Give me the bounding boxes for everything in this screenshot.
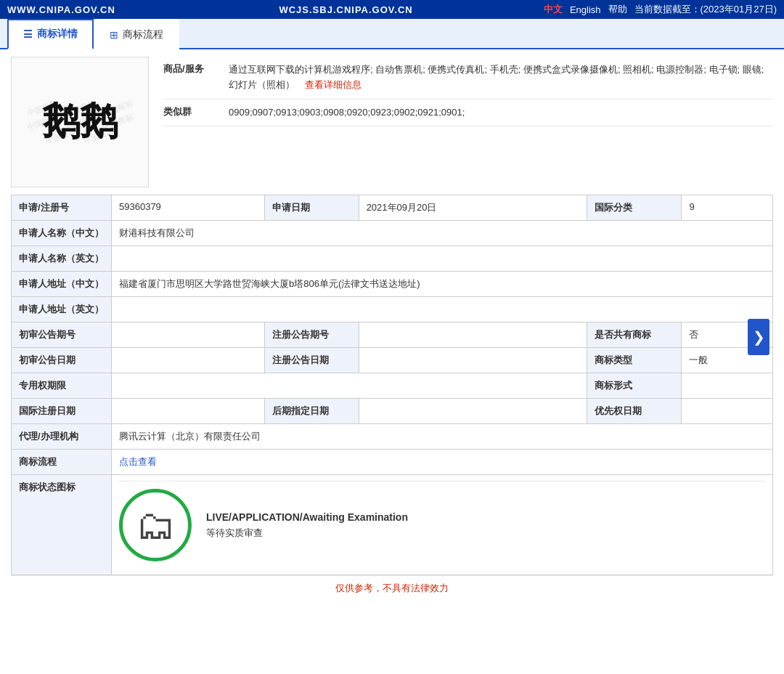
- lang-en-link[interactable]: English: [570, 4, 601, 15]
- is-collective-label: 是否共有商标: [587, 322, 682, 348]
- reg-pub-date-label: 注册公告日期: [264, 348, 359, 373]
- goods-service-row: 商品/服务 通过互联网下载的计算机游戏程序; 自动售票机; 便携式传真机; 手机…: [163, 57, 773, 100]
- status-icon-label: 商标状态图标: [12, 475, 112, 575]
- priority-date-label: 优先权日期: [587, 399, 682, 424]
- table-row: 国际注册日期 后期指定日期 优先权日期: [12, 399, 773, 424]
- top-info-section: 中国商标中国商标 中国商标中国商标 中国商标中国商标 中国商标中国商标 鹅鹅 商…: [11, 57, 773, 187]
- table-row: 申请人名称（中文） 财港科技有限公司: [12, 221, 773, 246]
- address-cn-label: 申请人地址（中文）: [12, 272, 112, 297]
- table-row: 商标流程 点击查看: [12, 450, 773, 475]
- prelim-pub-date-value: [112, 348, 265, 373]
- lang-zh-link[interactable]: 中文: [544, 3, 563, 16]
- intl-reg-date-value: [112, 399, 265, 424]
- prelim-pub-no-value: [112, 322, 265, 348]
- reg-pub-no-value: [359, 322, 587, 348]
- trademark-text: 鹅鹅: [42, 97, 118, 147]
- intl-reg-date-label: 国际注册日期: [12, 399, 112, 424]
- address-en-value: [112, 297, 773, 322]
- app-no-label: 申请/注册号: [12, 195, 112, 221]
- site-url: WWW.CNIPA.GOV.CN: [7, 4, 271, 15]
- top-bar: WWW.CNIPA.GOV.CN WCJS.SBJ.CNIPA.GOV.CN 中…: [0, 0, 784, 19]
- goods-service-section: 商品/服务 通过互联网下载的计算机游戏程序; 自动售票机; 便携式传真机; 手机…: [163, 57, 773, 187]
- category-row: 类似群 0909;0907;0913;0903;0908;0920;0923;0…: [163, 100, 773, 127]
- reg-pub-no-label: 注册公告期号: [264, 322, 359, 348]
- tab2-label: 商标流程: [123, 28, 163, 41]
- address-en-label: 申请人地址（英文）: [12, 297, 112, 322]
- status-zh: 等待实质审查: [206, 527, 765, 540]
- exclusive-period-label: 专用权期限: [12, 373, 112, 399]
- table-row: 申请/注册号 59360379 申请日期 2021年09月20日 国际分类 9: [12, 195, 773, 221]
- data-date: 当前数据截至：(2023年01月27日): [634, 3, 777, 16]
- priority-date-value: [682, 399, 773, 424]
- category-value: 0909;0907;0913;0903;0908;0920;0923;0902;…: [229, 105, 773, 121]
- detail-link[interactable]: 查看详细信息: [305, 79, 362, 90]
- status-section: 🗂 LIVE/APPLICATION/Awaiting Examination …: [119, 481, 765, 569]
- trademark-form-label: 商标形式: [587, 373, 682, 399]
- folder-icon: 🗂: [136, 506, 176, 545]
- top-bar-links: 中文 English 帮助 当前数据截至：(2023年01月27日): [544, 3, 777, 16]
- process-value: 点击查看: [112, 450, 773, 475]
- table-row: 代理/办理机构 腾讯云计算（北京）有限责任公司: [12, 424, 773, 450]
- applicant-en-label: 申请人名称（英文）: [12, 246, 112, 272]
- app-date-label: 申请日期: [264, 195, 359, 221]
- table-row: 申请人地址（中文） 福建省厦门市思明区大学路世贸海峡大厦b塔806单元(法律文书…: [12, 272, 773, 297]
- help-link[interactable]: 帮助: [608, 3, 627, 16]
- trademark-form-value: [682, 373, 773, 399]
- app-no-value: 59360379: [112, 195, 265, 221]
- tab1-label: 商标详情: [37, 28, 78, 41]
- applicant-cn-label: 申请人名称（中文）: [12, 221, 112, 246]
- tab-trademark-process[interactable]: ⊞ 商标流程: [94, 19, 179, 49]
- reg-pub-date-value: [359, 348, 587, 373]
- process-link[interactable]: 点击查看: [119, 456, 157, 467]
- goods-service-label: 商品/服务: [163, 62, 229, 76]
- table-row: 初审公告日期 注册公告日期 商标类型 一般: [12, 348, 773, 373]
- main-content: 中国商标中国商标 中国商标中国商标 中国商标中国商标 中国商标中国商标 鹅鹅 商…: [0, 49, 784, 608]
- chevron-right-icon: ❯: [753, 328, 765, 346]
- site-url2: WCJS.SBJ.CNIPA.GOV.CN: [279, 4, 543, 15]
- intl-class-label: 国际分类: [587, 195, 682, 221]
- trademark-image-box: 中国商标中国商标 中国商标中国商标 中国商标中国商标 中国商标中国商标 鹅鹅: [11, 57, 149, 187]
- tabs-bar: ☰ 商标详情 ⊞ 商标流程: [0, 19, 784, 49]
- app-date-value: 2021年09月20日: [359, 195, 587, 221]
- trademark-type-label: 商标类型: [587, 348, 682, 373]
- applicant-cn-value: 财港科技有限公司: [112, 221, 773, 246]
- address-cn-value: 福建省厦门市思明区大学路世贸海峡大厦b塔806单元(法律文书送达地址): [112, 272, 773, 297]
- intl-class-value: 9: [682, 195, 773, 221]
- goods-service-value: 通过互联网下载的计算机游戏程序; 自动售票机; 便携式传真机; 手机壳; 便携式…: [229, 62, 773, 93]
- table-row: 申请人地址（英文）: [12, 297, 773, 322]
- prelim-pub-no-label: 初审公告期号: [12, 322, 112, 348]
- prelim-pub-date-label: 初审公告日期: [12, 348, 112, 373]
- later-designation-label: 后期指定日期: [264, 399, 359, 424]
- applicant-en-value: [112, 246, 773, 272]
- exclusive-period-value: [112, 373, 587, 399]
- table-row: 专用权期限 商标形式: [12, 373, 773, 399]
- detail-table: 申请/注册号 59360379 申请日期 2021年09月20日 国际分类 9 …: [11, 195, 773, 575]
- table-row: 商标状态图标 🗂 LIVE/APPLICATION/Awaiting Exami…: [12, 475, 773, 575]
- agent-label: 代理/办理机构: [12, 424, 112, 450]
- next-arrow-button[interactable]: ❯: [748, 319, 769, 355]
- process-label: 商标流程: [12, 450, 112, 475]
- flow-icon: ⊞: [110, 29, 118, 41]
- status-icon-wrap: 🗂: [119, 489, 192, 561]
- category-label: 类似群: [163, 105, 229, 118]
- list-icon: ☰: [23, 28, 33, 40]
- agent-value: 腾讯云计算（北京）有限责任公司: [112, 424, 773, 450]
- status-text: LIVE/APPLICATION/Awaiting Examination 等待…: [206, 511, 765, 540]
- status-en: LIVE/APPLICATION/Awaiting Examination: [206, 511, 765, 523]
- table-row: 申请人名称（英文）: [12, 246, 773, 272]
- status-circle: 🗂: [119, 489, 192, 561]
- status-icon-cell: 🗂 LIVE/APPLICATION/Awaiting Examination …: [112, 475, 773, 575]
- later-designation-value: [359, 399, 587, 424]
- table-row: 初审公告期号 注册公告期号 是否共有商标 否: [12, 322, 773, 348]
- disclaimer: 仅供参考，不具有法律效力: [11, 575, 773, 601]
- tab-trademark-detail[interactable]: ☰ 商标详情: [7, 19, 94, 49]
